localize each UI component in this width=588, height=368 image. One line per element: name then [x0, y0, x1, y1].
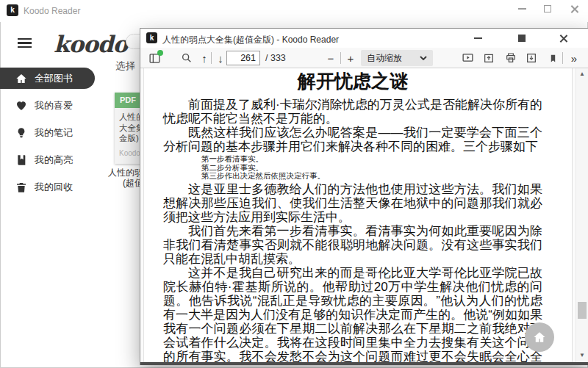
sidebar-item-all-books[interactable]: 全部图书	[0, 68, 95, 89]
reader-window-title: 人性的弱点大全集(超值金版) - Koodo Reader	[162, 34, 339, 46]
zoom-in-button[interactable]: +	[343, 48, 359, 68]
main-minimize-button[interactable]	[511, 0, 533, 18]
paragraph: 前面提及了威利·卡瑞尔消除忧虑的万灵公式是否能解决你所有的忧虑呢不能它当然不是万…	[163, 98, 542, 126]
reader-maximize-button[interactable]	[511, 29, 533, 48]
koodo-logo: koodo	[54, 31, 127, 57]
step-line: 第三步作出决定然后依照决定行事。	[201, 172, 542, 181]
sidebar-item-favorites[interactable]: 我的喜爱	[0, 95, 95, 116]
presentation-icon	[462, 52, 474, 65]
print-button[interactable]	[501, 48, 520, 68]
steps-list: 第一步看清事实。 第二步分析事实。 第三步作出决定然后依照决定行事。	[163, 155, 542, 181]
maximize-icon	[544, 5, 551, 12]
minimize-icon	[518, 8, 526, 10]
sidebar-item-trash[interactable]: 我的回收	[0, 176, 95, 198]
toolbar-separator	[562, 52, 563, 64]
search-button[interactable]	[177, 48, 196, 68]
open-file-icon	[483, 52, 495, 64]
zoom-mode-select[interactable]: 自动缩放	[361, 50, 433, 66]
scrollbar-thumb[interactable]	[578, 302, 587, 319]
sidebar-item-highlights[interactable]: 我的高亮	[0, 149, 95, 170]
bulb-icon	[15, 127, 27, 139]
sidebar-item-label: 我的回收	[35, 181, 73, 194]
sidebar-notice-dot	[157, 50, 163, 56]
reader-window: k 人性的弱点大全集(超值金版) - Koodo Reader ↑ ↓ / 33…	[140, 28, 588, 365]
paragraph: 这并不是我自己研究出来的而是哥伦比亚大学哥伦比亚学院已故院长赫伯特·霍基斯所说的…	[163, 266, 542, 363]
toggle-sidebar-button[interactable]	[145, 48, 164, 68]
sidebar-item-label: 我的喜爱	[35, 99, 73, 112]
minimize-icon	[474, 37, 482, 39]
trash-icon	[15, 181, 27, 193]
main-titlebar: k Koodo Reader	[0, 0, 588, 22]
zoom-mode-value: 自动缩放	[367, 52, 420, 65]
heart-icon	[15, 100, 27, 112]
chapter-heading: 解开忧虑之谜	[163, 71, 542, 91]
paragraph: 既然这样我们应该怎么办呢答案是——我们一定要学会下面三个分析问题的基本步骤并用它…	[163, 126, 542, 154]
scroll-down-arrow[interactable]: ▼	[576, 350, 588, 361]
open-file-button[interactable]	[479, 48, 498, 68]
scroll-up-arrow[interactable]: ▲	[576, 69, 588, 79]
vertical-scrollbar[interactable]: ▲ ▼	[576, 68, 588, 362]
previous-page-button[interactable]: ↑	[196, 48, 212, 68]
sidebar-item-label: 我的高亮	[35, 154, 73, 167]
chevron-down-icon	[420, 56, 427, 60]
select-mode-button[interactable]: 选择	[115, 59, 135, 73]
zoom-out-button[interactable]: −	[323, 48, 339, 68]
search-icon	[181, 52, 193, 64]
sidebar-item-label: 我的笔记	[35, 126, 73, 140]
book-icon	[15, 154, 27, 166]
paragraph: 这是亚里士多德教给人们的方法他也使用过这些方法。我们如果想解决那些压迫我们、使我…	[163, 182, 542, 224]
bookmark-button[interactable]	[544, 48, 562, 68]
main-maximize-button[interactable]	[537, 0, 559, 18]
pdf-viewer: 解开忧虑之谜 前面提及了威利·卡瑞尔消除忧虑的万灵公式是否能解决你所有的忧虑呢不…	[140, 68, 588, 362]
pdf-page: 解开忧虑之谜 前面提及了威利·卡瑞尔消除忧虑的万灵公式是否能解决你所有的忧虑呢不…	[143, 68, 573, 362]
toolbar-separator	[211, 52, 212, 64]
presentation-mode-button[interactable]	[458, 48, 477, 68]
back-to-library-button[interactable]	[525, 322, 554, 352]
home-icon	[15, 73, 27, 84]
hamburger-menu-icon[interactable]	[18, 38, 32, 48]
main-window-title: Koodo Reader	[24, 6, 80, 16]
koodo-app-icon: k	[7, 4, 18, 16]
download-button[interactable]	[522, 48, 541, 68]
maximize-icon	[518, 35, 526, 42]
pdf-toolbar: ↑ ↓ / 333 − + 自动缩放	[140, 48, 588, 68]
koodo-app-icon: k	[146, 32, 157, 43]
step-line: 第一步看清事实。	[201, 155, 542, 164]
download-icon	[526, 52, 537, 64]
screen: k Koodo Reader koodo 全部图书 我的喜爱 我的笔记 我的高亮	[0, 0, 588, 368]
page-content: 解开忧虑之谜 前面提及了威利·卡瑞尔消除忧虑的万灵公式是否能解决你所有的忧虑呢不…	[144, 68, 572, 362]
sidebar-item-notes[interactable]: 我的笔记	[0, 122, 95, 143]
close-icon	[570, 5, 578, 13]
reader-close-button[interactable]	[552, 29, 574, 48]
print-icon	[505, 52, 517, 64]
bookmark-icon	[548, 53, 558, 64]
sidebar-item-label: 全部图书	[35, 72, 73, 85]
page-number-input[interactable]	[226, 51, 260, 65]
main-close-button[interactable]	[563, 0, 585, 18]
reader-bottom-strip	[140, 362, 588, 365]
home-icon	[533, 331, 546, 344]
page-total-label: / 333	[265, 53, 286, 63]
more-tools-button[interactable]: »	[564, 48, 584, 68]
close-icon	[559, 35, 567, 43]
reader-minimize-button[interactable]	[467, 29, 489, 48]
reader-titlebar: k 人性的弱点大全集(超值金版) - Koodo Reader	[140, 29, 588, 48]
toolbar-separator	[340, 52, 341, 64]
paragraph: 我们首先来看第一步看清事实。看清事实为何如此重要呢因为除非我们看清楚事实否则就不…	[163, 224, 542, 266]
